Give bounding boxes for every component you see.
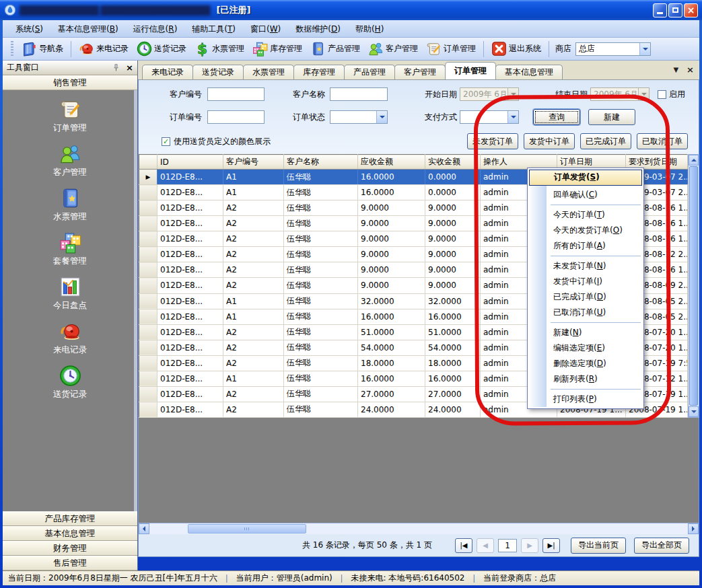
column-header-4[interactable]: 应收金额 <box>358 155 425 170</box>
order-status-filter-button-0[interactable]: 未发货订单 <box>467 133 518 149</box>
toolbar-customer-people[interactable]: 客户管理 <box>364 40 422 58</box>
start-date-picker[interactable]: 2009年 6月 8日 <box>460 87 519 101</box>
row-selector-cell[interactable] <box>139 216 157 231</box>
row-selector-cell[interactable] <box>139 185 157 200</box>
order-no-input[interactable] <box>207 110 265 124</box>
context-menu-item-15[interactable]: 刷新列表(R) <box>529 371 642 387</box>
menubar-item-D[interactable]: 数据维护(D) <box>288 21 348 37</box>
row-selector-cell[interactable] <box>139 386 157 402</box>
row-selector-cell[interactable] <box>139 309 157 324</box>
context-menu-item-13[interactable]: 编辑选定项(E) <box>529 340 642 356</box>
context-menu-item-8[interactable]: 发货中订单(I) <box>529 274 642 289</box>
horizontal-scrollbar[interactable] <box>139 523 699 534</box>
new-button[interactable]: 新建 <box>588 109 635 125</box>
row-selector-cell[interactable] <box>139 278 157 293</box>
context-menu-item-10[interactable]: 已取消订单(U) <box>529 305 642 320</box>
order-status-filter-button-2[interactable]: 已完成订单 <box>580 133 631 149</box>
column-header-5[interactable]: 实收金额 <box>425 155 481 170</box>
context-menu-item-7[interactable]: 未发货订单(N) <box>529 258 642 274</box>
menubar-item-B[interactable]: 基本信息管理(B) <box>50 21 126 37</box>
customer-name-input[interactable] <box>330 87 388 101</box>
row-selector-cell[interactable] <box>139 200 157 216</box>
order-status-filter-button-1[interactable]: 发货中订单 <box>524 133 575 149</box>
query-button[interactable]: 查询 <box>533 109 580 125</box>
toolbar-inventory-grid[interactable]: 库存管理 <box>248 40 306 58</box>
context-menu-item-17[interactable]: 打印列表(P) <box>529 392 642 407</box>
vertical-scroll-thumb[interactable] <box>689 166 698 406</box>
tab-close-icon[interactable]: × <box>687 65 694 75</box>
scroll-down-icon[interactable] <box>689 406 699 417</box>
sidebar-section-1[interactable]: 基本信息管理 <box>3 526 137 541</box>
row-selector-cell[interactable] <box>139 247 157 262</box>
tab-4[interactable]: 产品管理 <box>344 65 395 79</box>
sidebar-section-0[interactable]: 产品库存管理 <box>3 511 137 526</box>
row-selector-cell[interactable] <box>139 324 157 340</box>
tab-6[interactable]: 订单管理 <box>445 62 496 79</box>
sidebar-scrollbar[interactable] <box>134 90 137 511</box>
order-status-combo[interactable] <box>330 110 388 124</box>
sidebar-section-2[interactable]: 财务管理 <box>3 541 137 556</box>
enable-checkbox[interactable] <box>658 90 666 99</box>
row-selector-cell[interactable] <box>139 355 157 371</box>
row-selector-cell[interactable] <box>139 293 157 309</box>
toolbar-product-book[interactable]: 产品管理 <box>306 40 364 58</box>
horizontal-scroll-thumb[interactable] <box>188 524 306 534</box>
scroll-left-icon[interactable] <box>139 523 149 534</box>
column-header-2[interactable]: 客户编号 <box>223 155 284 170</box>
toolbar-delivery-clock[interactable]: 送货记录 <box>133 40 190 58</box>
row-selector-cell[interactable] <box>139 402 157 417</box>
prev-page-button[interactable]: ◀ <box>477 538 494 553</box>
tab-3[interactable]: 库存管理 <box>293 65 345 79</box>
menubar-item-W[interactable]: 窗口(W) <box>243 21 288 37</box>
sidebar-item-inventory-grid[interactable]: 套餐管理 <box>53 231 87 267</box>
sidebar-item-customer-people[interactable]: 客户管理 <box>53 143 87 178</box>
end-date-picker[interactable]: 2009年 6月 8日 <box>590 87 650 101</box>
column-header-1[interactable]: ID <box>157 155 223 170</box>
tab-0[interactable]: 来电记录 <box>142 65 193 79</box>
vertical-scrollbar[interactable] <box>688 154 699 418</box>
menubar-item-T[interactable]: 辅助工具(T) <box>184 21 243 37</box>
close-button-icon[interactable]: × <box>684 3 698 17</box>
tool-window-close-icon[interactable]: × <box>126 63 133 72</box>
sidebar-item-delivery-clock[interactable]: 送货记录 <box>53 365 87 400</box>
context-menu-item-1[interactable]: 回单确认(C) <box>529 187 642 203</box>
sidebar-section-sales[interactable]: 销售管理 <box>3 75 137 90</box>
context-menu-item-14[interactable]: 删除选定项(D) <box>529 356 642 371</box>
column-header-3[interactable]: 客户名称 <box>284 155 358 170</box>
context-menu-item-4[interactable]: 今天的发货订单(O) <box>529 223 642 238</box>
pushpin-icon[interactable] <box>112 63 120 72</box>
customer-no-input[interactable] <box>207 87 265 101</box>
sidebar-item-call-bell[interactable]: 来电记录 <box>53 320 87 356</box>
row-selector-cell[interactable] <box>139 340 157 355</box>
context-menu-item-9[interactable]: 已完成订单(D) <box>529 289 642 305</box>
color-display-checkbox[interactable]: ✓ <box>162 137 170 146</box>
context-menu-item-12[interactable]: 新建(N) <box>529 325 642 340</box>
tab-2[interactable]: 水票管理 <box>243 65 294 79</box>
tab-list-dropdown-icon[interactable]: ▼ <box>673 66 678 73</box>
column-header-0[interactable] <box>139 155 157 170</box>
toolbar-exit-cross[interactable]: 退出系统 <box>487 40 545 58</box>
toolbar-navigator-book[interactable]: 导航条 <box>17 40 67 58</box>
row-selector-cell[interactable] <box>139 231 157 247</box>
minimize-button-icon[interactable] <box>653 3 667 17</box>
menubar-item-R[interactable]: 运行信息(R) <box>126 21 185 37</box>
context-menu-item-0[interactable]: 订单发货(S) <box>529 170 642 186</box>
page-number-input[interactable] <box>498 539 517 552</box>
restore-button-icon[interactable] <box>668 3 682 17</box>
row-selector-cell[interactable] <box>139 262 157 278</box>
export-all-pages-button[interactable]: 导出全部页 <box>634 538 689 554</box>
last-page-button[interactable]: ▶| <box>542 538 560 553</box>
export-current-page-button[interactable]: 导出当前页 <box>571 538 626 554</box>
scroll-up-icon[interactable] <box>689 155 699 166</box>
context-menu-item-5[interactable]: 所有的订单(A) <box>529 238 642 254</box>
menubar-item-H[interactable]: 帮助(H) <box>348 21 391 37</box>
toolbar-call-bell[interactable]: 来电记录 <box>75 40 133 58</box>
sidebar-item-order-scroll[interactable]: 订单管理 <box>53 98 87 134</box>
row-selector-cell[interactable] <box>139 371 157 386</box>
sidebar-item-product-book[interactable]: 水票管理 <box>53 187 87 223</box>
payment-combo[interactable] <box>460 110 519 124</box>
toolbar-order-scroll[interactable]: 订单管理 <box>422 40 480 58</box>
toolbar-ticket-dollar[interactable]: $水票管理 <box>190 40 248 58</box>
scroll-right-icon[interactable] <box>688 523 699 534</box>
menubar-item-S[interactable]: 系统(S) <box>8 21 50 37</box>
